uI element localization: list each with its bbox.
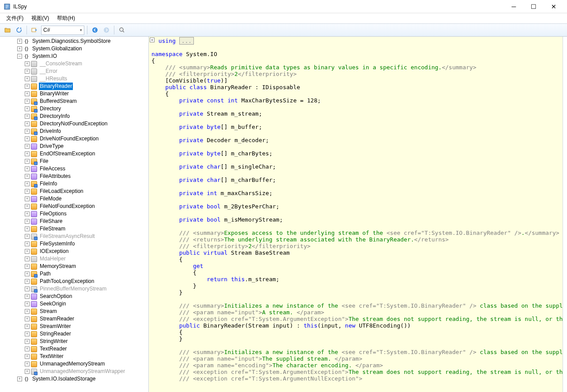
- collapse-icon[interactable]: −: [17, 54, 22, 59]
- minimize-button[interactable]: ─: [504, 0, 524, 13]
- tree-item-MdaHelper[interactable]: +MdaHelper: [0, 255, 148, 263]
- expand-icon[interactable]: +: [25, 249, 30, 254]
- tree-item-BinaryWriter[interactable]: +BinaryWriter: [0, 90, 148, 98]
- tree-item-FileNotFoundException[interactable]: +FileNotFoundException: [0, 203, 148, 210]
- tree-item-FileStreamAsyncResult[interactable]: +FileStreamAsyncResult: [0, 233, 148, 240]
- expand-icon[interactable]: +: [17, 377, 22, 381]
- menu-help[interactable]: 帮助(H): [53, 14, 79, 23]
- expand-icon[interactable]: +: [25, 189, 30, 194]
- tree-item-FileMode[interactable]: +FileMode: [0, 195, 148, 203]
- tree-item-EndOfStreamException[interactable]: +EndOfStreamException: [0, 150, 148, 158]
- expand-icon[interactable]: +: [25, 181, 30, 186]
- expand-icon[interactable]: +: [25, 99, 30, 104]
- tree-item-TextWriter[interactable]: +TextWriter: [0, 353, 148, 360]
- tree-item-FileInfo[interactable]: +FileInfo: [0, 180, 148, 188]
- tree-item-Stream[interactable]: +Stream: [0, 308, 148, 315]
- tree-item-DirectoryNotFoundException[interactable]: +DirectoryNotFoundException: [0, 120, 148, 128]
- expand-icon[interactable]: +: [25, 347, 30, 351]
- tree-item-FileSystemInfo[interactable]: +FileSystemInfo: [0, 240, 148, 248]
- tree-item-DriveNotFoundException[interactable]: +DriveNotFoundException: [0, 135, 148, 143]
- expand-icon[interactable]: +: [25, 211, 30, 216]
- expand-icon[interactable]: +: [25, 106, 30, 111]
- tree-item-Path[interactable]: +Path: [0, 270, 148, 278]
- tree-item-FileLoadException[interactable]: +FileLoadException: [0, 188, 148, 195]
- tree-item-FileAccess[interactable]: +FileAccess: [0, 165, 148, 173]
- tree-item-UnmanagedMemoryStreamWrapper[interactable]: +UnmanagedMemoryStreamWrapper: [0, 368, 148, 375]
- expand-icon[interactable]: +: [25, 354, 30, 359]
- tree-item-DriveType[interactable]: +DriveType: [0, 143, 148, 150]
- tree-item-BinaryReader[interactable]: +BinaryReader: [0, 83, 148, 90]
- tree-item-File[interactable]: +File: [0, 158, 148, 165]
- tree-namespace-System-Diagnostics-SymbolStore[interactable]: +{}System.Diagnostics.SymbolStore: [0, 38, 148, 45]
- tree-item-Directory[interactable]: +Directory: [0, 105, 148, 113]
- tree-item-__HResults[interactable]: +__HResults: [0, 75, 148, 83]
- code-viewer[interactable]: + using ... namespace System.IO { /// <s…: [149, 37, 563, 392]
- expand-icon[interactable]: +: [25, 234, 30, 239]
- expand-icon[interactable]: +: [25, 69, 30, 74]
- tree-item-BufferedStream[interactable]: +BufferedStream: [0, 98, 148, 105]
- expand-icon[interactable]: +: [25, 332, 30, 336]
- expand-icon[interactable]: +: [25, 302, 30, 306]
- expand-icon[interactable]: +: [17, 39, 22, 44]
- expand-icon[interactable]: +: [25, 129, 30, 134]
- expand-icon[interactable]: +: [25, 271, 30, 276]
- tree-item-IOException[interactable]: +IOException: [0, 248, 148, 255]
- collapsed-side-panel[interactable]: [563, 37, 567, 392]
- goto-button[interactable]: [30, 25, 39, 35]
- tree-item-PathTooLongException[interactable]: +PathTooLongException: [0, 278, 148, 285]
- expand-icon[interactable]: +: [25, 166, 30, 171]
- tree-item-UnmanagedMemoryStream[interactable]: +UnmanagedMemoryStream: [0, 360, 148, 368]
- tree-item-StreamReader[interactable]: +StreamReader: [0, 315, 148, 323]
- expand-icon[interactable]: +: [25, 309, 30, 314]
- forward-button[interactable]: [102, 25, 111, 35]
- tree-item-FileShare[interactable]: +FileShare: [0, 218, 148, 225]
- expand-icon[interactable]: +: [25, 317, 30, 321]
- expand-icon[interactable]: +: [25, 61, 30, 66]
- tree-item-PinnedBufferMemoryStream[interactable]: +PinnedBufferMemoryStream: [0, 285, 148, 293]
- open-button[interactable]: [3, 25, 12, 35]
- tree-item-MemoryStream[interactable]: +MemoryStream: [0, 263, 148, 270]
- tree-item-FileAttributes[interactable]: +FileAttributes: [0, 173, 148, 180]
- expand-icon[interactable]: +: [25, 279, 30, 284]
- expand-icon[interactable]: +: [25, 219, 30, 224]
- back-button[interactable]: [90, 25, 100, 35]
- expand-icon[interactable]: +: [25, 174, 30, 179]
- assembly-tree[interactable]: +{}System.Diagnostics.SymbolStore+{}Syst…: [0, 37, 149, 392]
- tree-namespace-System-Globalization[interactable]: +{}System.Globalization: [0, 45, 148, 53]
- tree-item-StringWriter[interactable]: +StringWriter: [0, 338, 148, 345]
- language-combo[interactable]: C# ▾: [41, 26, 84, 35]
- tree-item-TextReader[interactable]: +TextReader: [0, 345, 148, 353]
- tree-item-__ConsoleStream[interactable]: +__ConsoleStream: [0, 60, 148, 68]
- expand-icon[interactable]: +: [25, 362, 30, 366]
- expand-icon[interactable]: +: [25, 324, 30, 329]
- expand-icon[interactable]: +: [25, 204, 30, 209]
- search-button[interactable]: [117, 25, 127, 35]
- expand-icon[interactable]: +: [25, 369, 30, 374]
- tree-item-FileOptions[interactable]: +FileOptions: [0, 210, 148, 218]
- expand-icon[interactable]: +: [25, 294, 30, 299]
- expand-icon[interactable]: +: [17, 46, 22, 51]
- expand-icon[interactable]: +: [25, 339, 30, 344]
- tree-item-StringReader[interactable]: +StringReader: [0, 330, 148, 338]
- expand-icon[interactable]: +: [25, 144, 30, 149]
- tree-item-DriveInfo[interactable]: +DriveInfo: [0, 128, 148, 135]
- tree-namespace-System-IO-IsolatedStorage[interactable]: +{}System.IO.IsolatedStorage: [0, 375, 148, 383]
- tree-namespace-System-IO[interactable]: −{}System.IO: [0, 53, 148, 60]
- tree-item-SearchOption[interactable]: +SearchOption: [0, 293, 148, 300]
- expand-icon[interactable]: +: [25, 196, 30, 201]
- expand-icon[interactable]: +: [25, 264, 30, 269]
- expand-icon[interactable]: +: [25, 241, 30, 246]
- close-button[interactable]: ✕: [544, 0, 563, 13]
- expand-using-button[interactable]: +: [150, 38, 155, 42]
- tree-item-__Error[interactable]: +__Error: [0, 68, 148, 75]
- menu-file[interactable]: 文件(F): [3, 14, 27, 23]
- tree-item-SeekOrigin[interactable]: +SeekOrigin: [0, 300, 148, 308]
- expand-icon[interactable]: +: [25, 91, 30, 96]
- refresh-button[interactable]: [14, 25, 24, 35]
- tree-item-DirectoryInfo[interactable]: +DirectoryInfo: [0, 113, 148, 120]
- expand-icon[interactable]: +: [25, 256, 30, 261]
- expand-icon[interactable]: +: [25, 226, 30, 231]
- tree-item-StreamWriter[interactable]: +StreamWriter: [0, 323, 148, 330]
- menu-view[interactable]: 视图(V): [28, 14, 53, 23]
- tree-item-FileStream[interactable]: +FileStream: [0, 225, 148, 233]
